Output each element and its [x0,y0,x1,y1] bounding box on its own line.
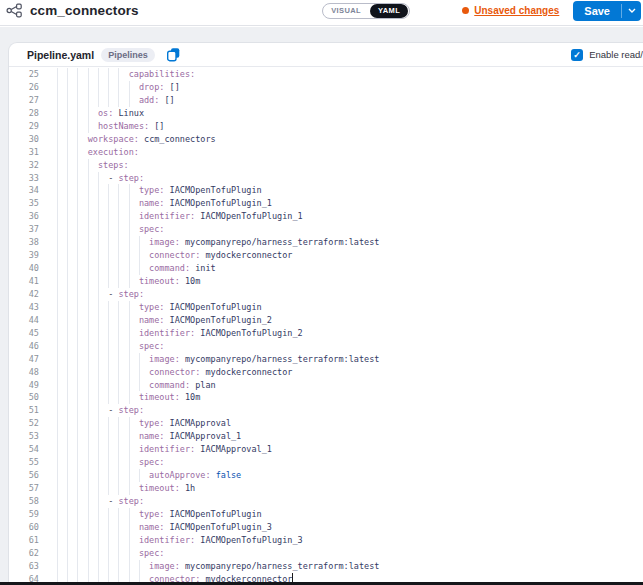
code-text: command: plan [39,379,643,392]
code-line[interactable]: 35name: IACMOpenTofuPlugin_1 [9,197,643,210]
indent-guides [57,417,139,430]
code-text: add: [] [39,94,643,107]
code-text: - step: [39,495,643,508]
code-line[interactable]: 49command: plan [9,379,643,392]
code-line[interactable]: 42- step: [9,288,643,301]
code-text: spec: [39,547,643,560]
save-button[interactable]: Save [573,1,621,21]
indent-guides [57,81,139,94]
code-line[interactable]: 31execution: [9,146,643,159]
view-mode-toggle: VISUAL YAML [322,3,410,19]
code-line[interactable]: 47image: mycompanyrepo/harness_terraform… [9,353,643,366]
code-line[interactable]: 38image: mycompanyrepo/harness_terraform… [9,236,643,249]
pipeline-graph-icon [6,3,23,18]
line-number: 50 [9,391,39,404]
code-line[interactable]: 37spec: [9,223,643,236]
code-text: image: mycompanyrepo/harness_terraform:l… [39,236,643,249]
line-number: 52 [9,417,39,430]
code-line[interactable]: 46spec: [9,340,643,353]
code-line[interactable]: 63image: mycompanyrepo/harness_terraform… [9,560,643,573]
line-number: 47 [9,353,39,366]
line-number: 46 [9,340,39,353]
visual-toggle-button[interactable]: VISUAL [323,4,369,18]
code-line[interactable]: 26drop: [] [9,81,643,94]
indent-guides [57,107,98,120]
code-line[interactable]: 28os: Linux [9,107,643,120]
code-line[interactable]: 61identifier: IACMOpenTofuPlugin_3 [9,534,643,547]
checkbox-checked-icon[interactable]: ✓ [571,49,583,61]
code-line[interactable]: 54identifier: IACMApproval_1 [9,443,643,456]
code-line[interactable]: 51- step: [9,404,643,417]
code-line[interactable]: 58- step: [9,495,643,508]
code-text: capabilities: [39,68,643,81]
code-line[interactable]: 43type: IACMOpenTofuPlugin [9,301,643,314]
indent-guides [57,482,139,495]
code-text: spec: [39,456,643,469]
yaml-editor[interactable]: 25capabilities:26drop: []27add: []28os: … [9,67,643,585]
indent-guides [57,469,149,482]
code-line[interactable]: 30workspace: ccm_connectors [9,133,643,146]
save-options-button[interactable] [622,1,641,21]
code-text: timeout: 10m [39,275,643,288]
code-text: connector: mydockerconnector [39,249,643,262]
code-line[interactable]: 60name: IACMOpenTofuPlugin_3 [9,521,643,534]
indent-guides [57,456,139,469]
indent-guides [57,379,149,392]
code-line[interactable]: 40command: init [9,262,643,275]
code-line[interactable]: 29hostNames: [] [9,120,643,133]
indent-guides [57,249,149,262]
code-line[interactable]: 36identifier: IACMOpenTofuPlugin_1 [9,210,643,223]
code-line[interactable]: 45identifier: IACMOpenTofuPlugin_2 [9,327,643,340]
line-number: 59 [9,508,39,521]
code-text: identifier: IACMOpenTofuPlugin_2 [39,327,643,340]
yaml-editor-lines: 25capabilities:26drop: []27add: []28os: … [9,68,643,585]
code-line[interactable]: 27add: [] [9,94,643,107]
code-line[interactable]: 39connector: mydockerconnector [9,249,643,262]
code-line[interactable]: 55spec: [9,456,643,469]
code-line[interactable]: 50timeout: 10m [9,391,643,404]
enable-readonly-control[interactable]: ✓ Enable read/ [571,49,643,61]
code-line[interactable]: 62spec: [9,547,643,560]
line-number: 54 [9,443,39,456]
indent-guides [57,353,149,366]
indent-guides [57,94,139,107]
yaml-toggle-button[interactable]: YAML [370,4,408,18]
line-number: 51 [9,404,39,417]
indent-guides [57,223,139,236]
pipeline-header: ccm_connectors VISUAL YAML Unsaved chang… [0,0,643,26]
file-name: Pipeline.yaml [27,49,94,61]
indent-guides [57,146,88,159]
code-line[interactable]: 53name: IACMApproval_1 [9,430,643,443]
yaml-editor-card: Pipeline.yaml Pipelines ✓ Enable read/ 2… [8,42,643,585]
code-text: spec: [39,340,643,353]
code-line[interactable]: 48connector: mydockerconnector [9,366,643,379]
line-number: 44 [9,314,39,327]
indent-guides [57,172,108,185]
code-text: name: IACMOpenTofuPlugin_3 [39,521,643,534]
code-line[interactable]: 59type: IACMOpenTofuPlugin [9,508,643,521]
indent-guides [57,288,108,301]
code-line[interactable]: 57timeout: 1h [9,482,643,495]
indent-guides [57,184,139,197]
code-line[interactable]: 33- step: [9,172,643,185]
unsaved-changes-link[interactable]: Unsaved changes [474,5,559,16]
app-root: ccm_connectors VISUAL YAML Unsaved chang… [0,0,643,585]
copy-icon[interactable] [166,47,181,62]
code-line[interactable]: 41timeout: 10m [9,275,643,288]
code-line[interactable]: 52type: IACMApproval [9,417,643,430]
code-text: - step: [39,172,643,185]
line-number: 56 [9,469,39,482]
pipelines-badge: Pipelines [101,48,155,62]
line-number: 62 [9,547,39,560]
line-number: 34 [9,184,39,197]
code-line[interactable]: 32steps: [9,159,643,172]
code-line[interactable]: 25capabilities: [9,68,643,81]
indent-guides [57,521,139,534]
code-line[interactable]: 56autoApprove: false [9,469,643,482]
code-line[interactable]: 34type: IACMOpenTofuPlugin [9,184,643,197]
indent-guides [57,120,98,133]
code-line[interactable]: 44name: IACMOpenTofuPlugin_2 [9,314,643,327]
line-number: 42 [9,288,39,301]
line-number: 37 [9,223,39,236]
page-background: Pipeline.yaml Pipelines ✓ Enable read/ 2… [0,27,643,585]
